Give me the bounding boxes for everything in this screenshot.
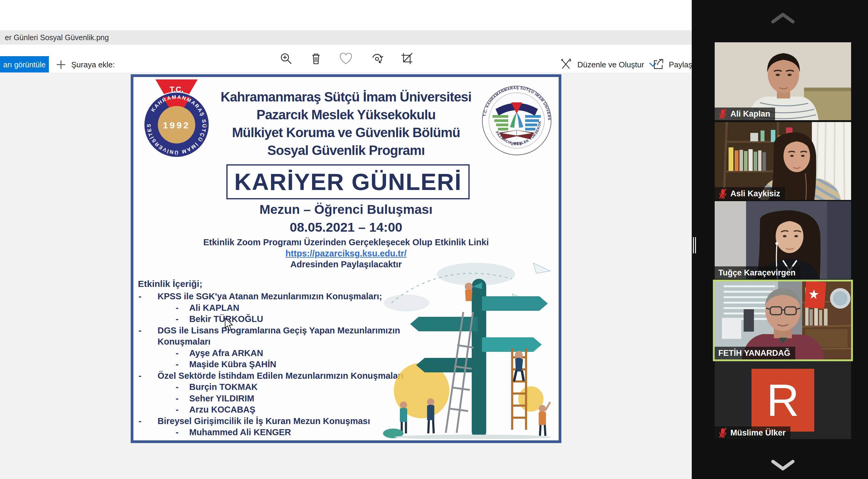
zoom-icon[interactable] <box>279 52 293 65</box>
poster-info-line1: Etkinlik Zoom Programı Üzerinden Gerçekl… <box>133 237 559 247</box>
participant-name: Asli Kaykisiz <box>731 189 780 199</box>
share-button[interactable]: Paylaş <box>651 56 692 73</box>
participant-name: Müslime Ülker <box>731 428 785 438</box>
crop-icon[interactable] <box>400 52 414 65</box>
poster-link-line: https://pazarciksg.ksu.edu.tr/ <box>133 248 559 259</box>
mic-muted-icon <box>718 188 727 199</box>
delete-icon[interactable] <box>309 52 323 65</box>
avatar: R <box>751 369 814 431</box>
rotate-icon[interactable] <box>370 52 384 65</box>
photo-view-area: T.C. 1992 KAHRAMANMARAŞ SÜTÇÜ İMAM ÜNİVE… <box>0 72 692 479</box>
photos-toolbar: arı görüntüle Şuraya ekle: <box>0 45 692 72</box>
standing-figure-1 <box>400 401 407 433</box>
scroll-down-button[interactable] <box>768 456 798 474</box>
header-line-2: Pazarcık Meslek Yüksekokulu <box>194 106 498 123</box>
plus-icon <box>56 59 66 70</box>
participant-tile-tugce-karacevirgen[interactable]: Tuğçe Karaçevirgen <box>715 201 851 279</box>
header-line-3: Mülkiyet Koruma ve Güvenlik Bölümü <box>194 123 498 141</box>
standing-figure-2 <box>427 398 434 433</box>
header-line-1: Kahramanmaraş Sütçü İmam Üniversitesi <box>194 88 498 106</box>
edit-create-label: Düzenle ve Oluştur <box>577 60 644 69</box>
participant-tile-ali-kaplan[interactable]: Ali Kaplan <box>715 42 851 120</box>
filename-bar: er Günleri Sosyal Güvenlik.png <box>0 30 692 45</box>
poster-subtitle: Mezun – Öğrenci Buluşması <box>133 202 559 217</box>
mouse-cursor <box>224 318 234 333</box>
sidebar-drag-handle[interactable] <box>693 237 696 253</box>
mic-muted-icon <box>718 427 727 438</box>
university-header-lines: Kahramanmaraş Sütçü İmam Üniversitesi Pa… <box>194 88 498 159</box>
waving-figure <box>539 402 550 436</box>
poster-title-box: KARİYER GÜNLERİ <box>226 164 470 199</box>
zoom-participant-sidebar: Ali Kaplan <box>692 0 868 479</box>
climber-figure <box>514 351 524 382</box>
event-link-text: https://pazarciksg.ksu.edu.tr/ <box>285 248 406 258</box>
add-to-button[interactable]: Şuraya ekle: <box>56 56 115 73</box>
avatar-letter: R <box>767 374 799 426</box>
chevron-up-icon <box>770 11 796 25</box>
participant-tile-asli-kaykisiz[interactable]: Asli Kaykisiz <box>715 122 851 200</box>
share-label: Paylaş <box>669 60 692 69</box>
participant-name-tag: Tuğçe Karaçevirgen <box>715 266 800 279</box>
participant-tile-muslime-ulker[interactable]: R Müslime Ülker <box>715 361 851 439</box>
chevron-down-icon <box>770 458 796 472</box>
photos-app-window: er Günleri Sosyal Güvenlik.png arı görün… <box>0 0 692 479</box>
event-poster-image: T.C. 1992 KAHRAMANMARAŞ SÜTÇÜ İMAM ÜNİVE… <box>131 74 561 443</box>
participant-name-tag: FETİH YANARDAĞ <box>715 347 795 359</box>
view-all-button[interactable]: arı görüntüle <box>0 56 49 73</box>
poster-title: KARİYER GÜNLERİ <box>234 168 462 196</box>
participant-name: Ali Kaplan <box>731 109 770 119</box>
svg-text:1992: 1992 <box>163 120 190 130</box>
participant-name: Tuğçe Karaçevirgen <box>718 268 796 277</box>
poster-datetime: 08.05.2021 – 14:00 <box>133 220 559 235</box>
participant-name-tag: Müslime Ülker <box>715 426 790 439</box>
window-top-strip <box>0 0 692 30</box>
add-to-label: Şuraya ekle: <box>71 60 115 69</box>
edit-create-icon <box>559 57 572 72</box>
scroll-up-button[interactable] <box>768 9 798 27</box>
filename-text: er Günleri Sosyal Güvenlik.png <box>5 33 109 42</box>
career-signpost-illustration <box>382 258 557 439</box>
participant-name: FETİH YANARDAĞ <box>718 349 790 358</box>
share-icon <box>651 57 664 72</box>
view-all-label: arı görüntüle <box>3 60 45 69</box>
participant-name-tag: Asli Kaykisiz <box>715 187 785 200</box>
participant-tile-fetih-yanardag[interactable]: FETİH YANARDAĞ <box>715 281 851 359</box>
edit-create-button[interactable]: Düzenle ve Oluştur <box>559 56 657 73</box>
agenda-heading: Etkinlik İçeriği; <box>138 279 202 289</box>
favorite-heart-icon[interactable] <box>339 52 353 65</box>
header-line-4: Sosyal Güvenlik Programı <box>194 141 498 159</box>
mic-muted-icon <box>718 109 727 119</box>
participant-name-tag: Ali Kaplan <box>715 108 775 120</box>
